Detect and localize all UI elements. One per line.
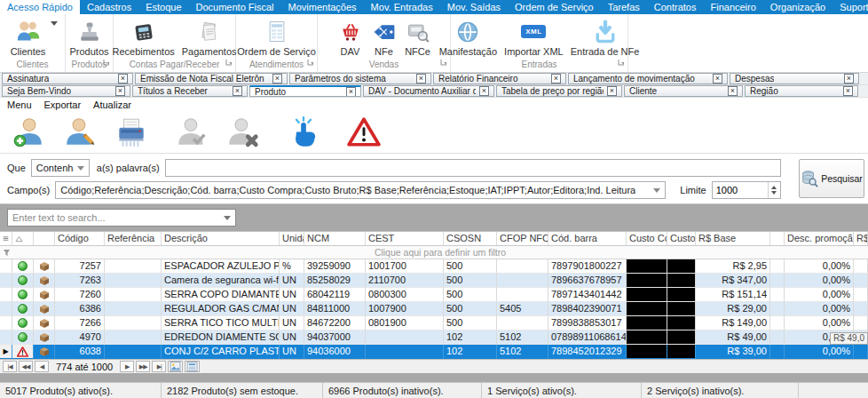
column-header-icon[interactable] <box>34 232 55 245</box>
table-row[interactable]: 7260 SERRA COPO DIAMANTE 53MM UN 6804211… <box>0 288 868 302</box>
tab-assinatura[interactable]: Assinatura× <box>2 73 133 84</box>
pager-prev-button[interactable]: ◀ <box>35 361 49 372</box>
menubar-item-organizacao[interactable]: Organização <box>763 0 832 14</box>
menubar-item-cadastros[interactable]: Cadastros <box>80 0 138 14</box>
search-words-input[interactable] <box>165 159 781 177</box>
tab-seja-bem-vindo[interactable]: Seja Bem-Vindo× <box>2 85 130 97</box>
close-icon[interactable]: × <box>728 86 738 96</box>
close-icon[interactable]: × <box>479 86 489 96</box>
menubar-item-movimentacoes[interactable]: Movimentações <box>281 0 364 14</box>
pagamentos-button[interactable]: Pagamentos <box>178 19 241 57</box>
column-header-cest[interactable]: CEST <box>366 232 444 245</box>
menubar-item-tarefas[interactable]: Tarefas <box>601 0 647 14</box>
menubar-item-financeiro[interactable]: Financeiro <box>703 0 762 14</box>
group-launcher-icon[interactable] <box>440 57 447 69</box>
column-header-ncm[interactable]: NCM <box>304 232 366 245</box>
close-icon[interactable]: × <box>115 86 125 96</box>
table-row[interactable]: 7257 ESPACADOR AZULEJO PISO 2M % 3925909… <box>0 259 868 274</box>
spin-down-icon[interactable] <box>771 191 777 195</box>
tab-cliente[interactable]: Cliente× <box>624 85 743 97</box>
add-record-button[interactable] <box>11 115 46 150</box>
close-icon[interactable]: × <box>843 86 853 96</box>
column-header-rs[interactable]: R$ <box>854 232 868 245</box>
close-icon[interactable]: × <box>551 74 561 84</box>
table-row[interactable]: 6386 REGULADOR GAS C/MAN 80CM UN 8481100… <box>0 302 868 316</box>
produtos-button[interactable]: Produtos <box>66 19 112 57</box>
group-launcher-icon[interactable] <box>618 57 625 69</box>
tab-produto[interactable]: Produto× <box>249 85 361 97</box>
recebimentos-button[interactable]: Recebimentos <box>108 19 178 57</box>
close-icon[interactable]: × <box>118 74 128 84</box>
table-row[interactable]: 7266 SERRA TICO TICO MULTILASE UN 846722… <box>0 316 868 330</box>
tab-despesas[interactable]: Despesas× <box>730 73 859 84</box>
menubar-item-suporte[interactable]: Suporte <box>832 0 868 14</box>
operator-select[interactable]: Contenha <box>31 159 90 177</box>
ordem-servico-button[interactable]: Ordem de Serviço <box>233 19 320 57</box>
tab-relatorio-financeiro[interactable]: Relatório Financeiro× <box>433 73 566 84</box>
column-header-desc-promocao[interactable]: Desc. promoção <box>785 232 854 245</box>
tab-emissao-nota-fiscal[interactable]: Emissão de Nota Fiscal Eletrôn× <box>135 73 288 84</box>
close-icon[interactable]: × <box>416 74 426 84</box>
tab-dav-documento-auxiliar[interactable]: DAV - Documento Auxiliar de× <box>363 85 494 97</box>
menubar-item-contratos[interactable]: Contratos <box>647 0 704 14</box>
pager-last-button[interactable]: ▶| <box>152 361 166 372</box>
nfe-button[interactable]: NFe <box>367 19 401 57</box>
close-icon[interactable]: × <box>272 74 282 84</box>
column-header-sort[interactable] <box>12 232 34 245</box>
column-header-csosn[interactable]: CSOSN <box>444 232 497 245</box>
menu-item-menu[interactable]: Menu <box>7 100 32 110</box>
menubar-item-estoque[interactable]: Estoque <box>138 0 188 14</box>
nfce-button[interactable]: NFCe <box>401 19 435 57</box>
column-header-rs-base[interactable]: R$ Base <box>696 232 770 245</box>
pager-tool-button-2[interactable] <box>185 361 200 372</box>
alerts-button[interactable] <box>346 115 382 150</box>
tab-titulos-a-receber[interactable]: Títulos a Receber× <box>132 85 248 97</box>
menubar-item-acesso-rapido[interactable]: Acesso Rápido <box>0 0 80 14</box>
menu-item-atualizar[interactable]: Atualizar <box>93 100 131 110</box>
manifestacao-button[interactable]: Manifestação <box>436 19 501 57</box>
delete-record-button[interactable] <box>114 115 149 150</box>
column-header-unidade[interactable]: Unidade <box>280 232 304 245</box>
group-launcher-icon[interactable] <box>225 57 233 69</box>
clientes-button[interactable]: Clientes <box>7 19 50 57</box>
menu-item-exportar[interactable]: Exportar <box>44 100 82 110</box>
group-launcher-icon[interactable] <box>103 57 110 69</box>
filter-row[interactable]: Clique aqui para definir um filtro <box>0 246 868 259</box>
pesquisar-button[interactable]: Pesquisar <box>799 159 864 198</box>
close-icon[interactable]: × <box>713 74 722 84</box>
grid-quick-search-input[interactable] <box>7 209 236 227</box>
column-header-custo-compra[interactable]: Custo Com <box>627 232 667 245</box>
dav-button[interactable]: DAV <box>334 19 367 57</box>
close-icon[interactable]: × <box>346 87 356 97</box>
column-header-cfop-nfce[interactable]: CFOP NFCE <box>497 232 548 245</box>
column-header-descricao[interactable]: Descrição <box>162 232 280 245</box>
spin-up-icon[interactable] <box>771 186 777 189</box>
column-header-row-menu[interactable] <box>0 232 12 245</box>
pager-tool-button-1[interactable] <box>168 361 183 372</box>
menubar-item-ordem-de-servico[interactable]: Ordem de Serviço <box>508 0 601 14</box>
menubar-item-mov-entradas[interactable]: Mov. Entradas <box>364 0 440 14</box>
menubar-item-documento-fiscal[interactable]: Documento Fiscal <box>189 0 281 14</box>
tab-lancamento-movimentacao[interactable]: Lançamento de movimentação× <box>568 73 728 84</box>
group-launcher-icon[interactable] <box>307 57 314 69</box>
spinner-arrows[interactable] <box>768 182 780 198</box>
menubar-item-mov-saidas[interactable]: Mov. Saídas <box>440 0 508 14</box>
limit-input[interactable] <box>713 182 768 198</box>
column-header-referencia[interactable]: Referência <box>105 232 162 245</box>
edit-record-button[interactable] <box>62 115 98 150</box>
column-header-custo[interactable]: Custo <box>667 232 696 245</box>
close-icon[interactable]: × <box>607 86 617 96</box>
pager-prev-page-button[interactable]: ◀◀ <box>19 361 33 372</box>
table-row-selected[interactable]: ▶ 6038 CONJ C/2 CARRO PLAST F1 PI UN 940… <box>0 345 868 359</box>
grid-quick-search[interactable] <box>7 209 236 227</box>
table-row[interactable]: 4970 EDREDON DIAMENTE SOLTEIR UN 9403700… <box>0 330 868 345</box>
table-row[interactable]: 7263 Camera de seguranca wi-fi hd UN 852… <box>0 274 868 288</box>
tab-regiao[interactable]: Região× <box>745 85 858 97</box>
column-header-cod-barra[interactable]: Cód. barra <box>548 232 627 245</box>
tab-parametros-do-sistema[interactable]: Parâmetros do sistema× <box>289 73 431 84</box>
clientes-dropdown-arrow[interactable] <box>51 26 58 36</box>
pager-first-button[interactable]: |◀ <box>3 361 17 372</box>
select-record-button[interactable] <box>286 115 321 150</box>
fields-select[interactable]: Código;Referência;Descrição;Cód. barra;C… <box>55 181 666 199</box>
close-icon[interactable]: × <box>233 86 242 96</box>
